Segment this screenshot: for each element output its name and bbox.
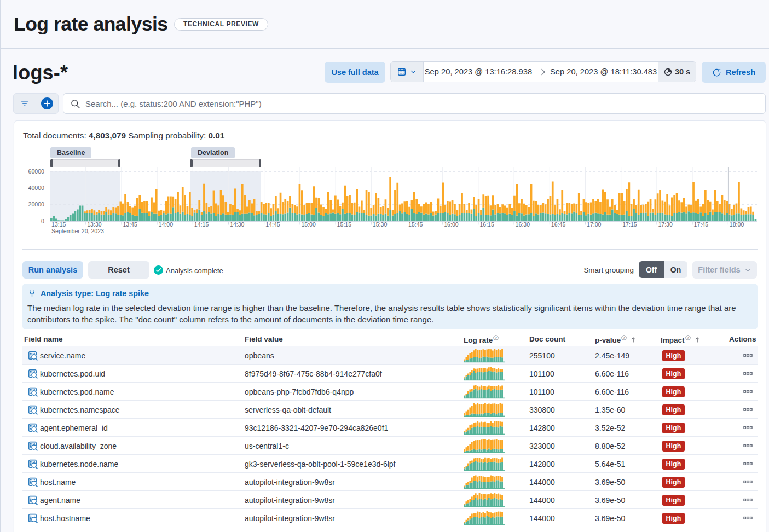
svg-text:14:30: 14:30 [230,221,245,228]
svg-text:17:00: 17:00 [587,221,602,228]
svg-text:14:15: 14:15 [194,221,209,228]
svg-text:16:00: 16:00 [444,221,459,228]
svg-text:15:30: 15:30 [373,221,388,228]
svg-text:17:15: 17:15 [622,221,637,228]
svg-text:15:45: 15:45 [408,221,423,228]
svg-text:18:00: 18:00 [730,221,744,228]
svg-text:0: 0 [41,218,44,224]
svg-text:20000: 20000 [28,201,45,207]
svg-text:14:45: 14:45 [265,221,280,228]
svg-text:16:45: 16:45 [551,221,566,228]
svg-text:15:15: 15:15 [337,221,352,228]
svg-text:?: ? [687,336,689,339]
svg-text:40000: 40000 [28,184,45,191]
svg-text:15:00: 15:00 [301,221,316,228]
svg-text:16:15: 16:15 [479,221,494,228]
svg-text:13:15: 13:15 [51,221,66,228]
svg-text:17:45: 17:45 [694,221,709,228]
svg-text:17:30: 17:30 [658,221,673,228]
svg-text:14:00: 14:00 [159,221,174,228]
svg-text:?: ? [623,336,626,339]
svg-text:60000: 60000 [28,168,45,175]
svg-text:?: ? [495,336,498,339]
svg-text:September 20, 2023: September 20, 2023 [51,228,104,234]
svg-text:13:30: 13:30 [87,221,102,228]
svg-text:16:30: 16:30 [516,221,530,228]
svg-text:13:45: 13:45 [123,221,137,228]
